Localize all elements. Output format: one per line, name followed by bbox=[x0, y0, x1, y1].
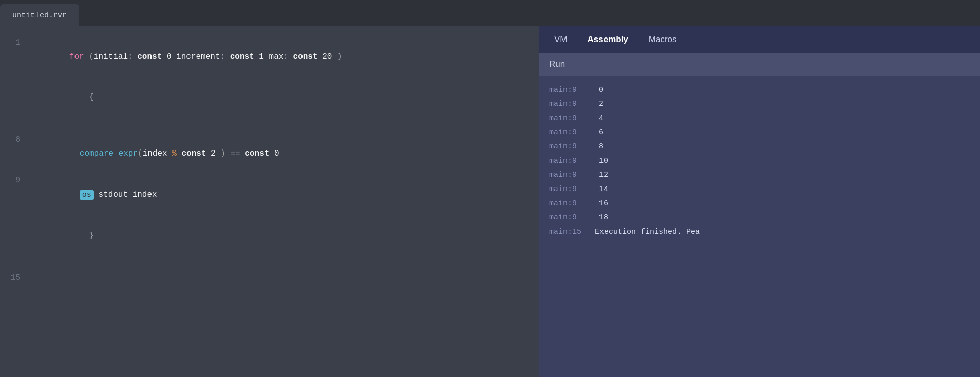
output-line-2: main:9 4 bbox=[549, 112, 970, 125]
line-number-empty-2 bbox=[0, 216, 30, 217]
out-val-0: 0 bbox=[599, 84, 604, 96]
output-line-5: main:9 10 bbox=[549, 155, 970, 167]
line-number-1: 1 bbox=[0, 37, 30, 47]
out-val-5: 10 bbox=[599, 155, 608, 167]
brace-open: { bbox=[69, 93, 94, 102]
output-line-3: main:9 6 bbox=[549, 127, 970, 139]
out-val-7: 14 bbox=[599, 183, 608, 196]
code-line-8: 8 compare expr(index % const 2 ) == cons… bbox=[0, 134, 539, 175]
out-loc-7: main:9 bbox=[549, 183, 595, 196]
code-line-brace-close: } bbox=[0, 215, 539, 256]
num-0-2: 0 bbox=[274, 149, 279, 158]
code-line-15: 15 bbox=[0, 272, 539, 287]
out-loc-2: main:9 bbox=[549, 112, 595, 125]
out-msg-10: Execution finished. Pea bbox=[595, 226, 700, 238]
line-content-8: compare expr(index % const 2 ) == const … bbox=[30, 135, 279, 174]
line-content-9: os stdout index bbox=[30, 175, 157, 214]
keyword-expr: expr bbox=[114, 149, 138, 158]
run-label[interactable]: Run bbox=[549, 59, 565, 69]
out-val-8: 16 bbox=[599, 198, 608, 210]
out-val-3: 6 bbox=[599, 127, 604, 139]
out-loc-5: main:9 bbox=[549, 155, 595, 167]
tab-assembly-label: Assembly bbox=[588, 34, 628, 44]
const-5: const bbox=[240, 149, 274, 158]
colon-3: : bbox=[283, 52, 288, 61]
const-3: const bbox=[288, 52, 322, 61]
editor-panel[interactable]: 1 for (initial: const 0 increment: const… bbox=[0, 26, 539, 377]
out-loc-0: main:9 bbox=[549, 84, 595, 96]
label-increment: increment bbox=[171, 52, 220, 61]
out-loc-10: main:15 bbox=[549, 226, 595, 238]
tab-macros[interactable]: Macros bbox=[638, 30, 687, 49]
line-content-brace-open: { bbox=[30, 79, 94, 118]
tab-vm[interactable]: VM bbox=[544, 30, 578, 49]
eq-op: == bbox=[225, 149, 240, 158]
num-20: 20 bbox=[322, 52, 332, 61]
tab-bar: untitled.rvr bbox=[0, 0, 980, 26]
line-number-15: 15 bbox=[0, 273, 30, 282]
expr-paren-open: ( bbox=[138, 149, 143, 158]
out-loc-8: main:9 bbox=[549, 198, 595, 210]
out-val-2: 4 bbox=[599, 112, 604, 125]
run-bar[interactable]: Run bbox=[539, 53, 980, 76]
keyword-for: for bbox=[69, 52, 84, 61]
colon-1: : bbox=[128, 52, 133, 61]
empty-spacer bbox=[0, 119, 539, 134]
out-loc-3: main:9 bbox=[549, 127, 595, 139]
line-content-1: for (initial: const 0 increment: const 1… bbox=[30, 37, 342, 77]
out-val-9: 18 bbox=[599, 212, 608, 224]
paren-open: ( bbox=[84, 52, 94, 61]
out-loc-1: main:9 bbox=[549, 98, 595, 110]
code-line-brace-open: { bbox=[0, 78, 539, 119]
percent-op: % bbox=[167, 149, 177, 158]
out-loc-4: main:9 bbox=[549, 141, 595, 153]
keyword-os: os bbox=[80, 190, 94, 200]
output-line-4: main:9 8 bbox=[549, 141, 970, 153]
tab-macros-label: Macros bbox=[649, 34, 677, 44]
out-val-1: 2 bbox=[599, 98, 604, 110]
expr-paren-close: ) bbox=[216, 149, 225, 158]
right-panel: VM Assembly Macros Run main:9 0 main:9 2 bbox=[539, 26, 980, 377]
output-line-0: main:9 0 bbox=[549, 84, 970, 96]
const-2: const bbox=[225, 52, 259, 61]
colon-2: : bbox=[220, 52, 225, 61]
output-line-7: main:9 14 bbox=[549, 183, 970, 196]
out-loc-6: main:9 bbox=[549, 169, 595, 181]
line-number-empty-1 bbox=[0, 79, 30, 79]
output-line-1: main:9 2 bbox=[549, 98, 970, 110]
line-content-brace-close: } bbox=[30, 216, 94, 255]
out-val-4: 8 bbox=[599, 141, 604, 153]
output-line-9: main:9 18 bbox=[549, 212, 970, 224]
out-loc-9: main:9 bbox=[549, 212, 595, 224]
const-4: const bbox=[177, 149, 211, 158]
brace-close: } bbox=[69, 231, 94, 240]
code-line-9: 9 os stdout index bbox=[0, 174, 539, 215]
tab-assembly[interactable]: Assembly bbox=[578, 30, 638, 49]
main-content: 1 for (initial: const 0 increment: const… bbox=[0, 26, 980, 377]
tab-label: untitled.rvr bbox=[12, 11, 67, 20]
line-number-9: 9 bbox=[0, 175, 30, 185]
label-index-9: index bbox=[128, 190, 157, 199]
line-number-8: 8 bbox=[0, 135, 30, 144]
label-index-8: index bbox=[143, 149, 167, 158]
num-1: 1 bbox=[259, 52, 264, 61]
right-tabs: VM Assembly Macros bbox=[539, 26, 980, 53]
tab-vm-label: VM bbox=[554, 34, 568, 44]
const-1: const bbox=[133, 52, 167, 61]
output-area[interactable]: main:9 0 main:9 2 main:9 4 main:9 6 main… bbox=[539, 76, 980, 377]
output-line-8: main:9 16 bbox=[549, 198, 970, 210]
output-line-6: main:9 12 bbox=[549, 169, 970, 181]
keyword-compare: compare bbox=[80, 149, 114, 158]
output-line-10: main:15 Execution finished. Pea bbox=[549, 226, 970, 238]
paren-close: ) bbox=[332, 52, 342, 61]
empty-spacer-2 bbox=[0, 256, 539, 272]
out-val-6: 12 bbox=[599, 169, 608, 181]
label-initial: initial bbox=[94, 52, 128, 61]
tab-untitled-rvr[interactable]: untitled.rvr bbox=[0, 4, 79, 26]
label-max: max bbox=[264, 52, 283, 61]
code-line-1: 1 for (initial: const 0 increment: const… bbox=[0, 36, 539, 78]
keyword-stdout: stdout bbox=[94, 190, 128, 199]
num-2: 2 bbox=[211, 149, 216, 158]
